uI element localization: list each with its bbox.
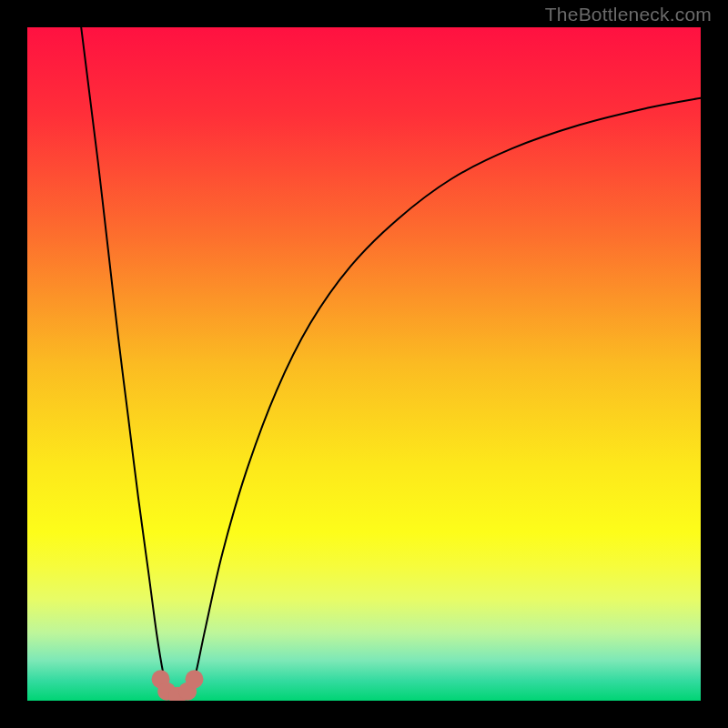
plot-area <box>27 27 701 701</box>
chart-frame: TheBottleneck.com <box>0 0 728 728</box>
chart-svg <box>27 27 701 701</box>
marker-dot <box>186 670 204 688</box>
chart-background <box>27 27 701 701</box>
watermark-text: TheBottleneck.com <box>545 4 712 25</box>
